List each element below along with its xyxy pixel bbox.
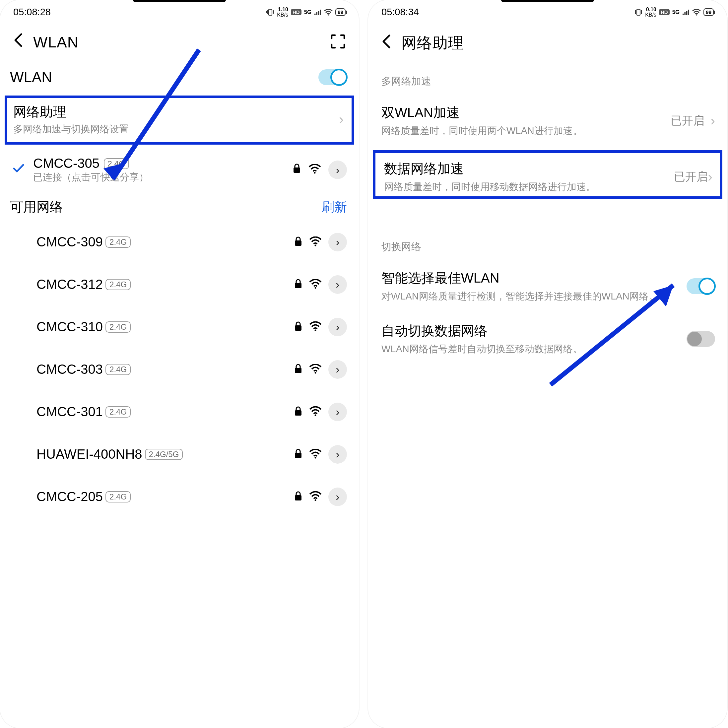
wifi-icon [309,163,321,177]
network-name: CMCC-312 [37,277,103,292]
band-badge: 2.4G [106,321,131,333]
data-accel-title: 数据网络加速 [384,159,674,178]
back-icon[interactable] [381,34,392,52]
network-name: CMCC-309 [37,234,103,249]
connected-network-row[interactable]: CMCC-305 2.4G 已连接（点击可快速分享） › [0,145,359,190]
available-title: 可用网络 [10,198,63,216]
chevron-right-icon: › [339,112,344,127]
status-time: 05:08:28 [13,7,51,18]
svg-rect-10 [294,167,300,173]
lock-icon [294,236,303,248]
data-accel-status: 已开启 [674,169,708,184]
auto-switch-toggle[interactable] [687,331,715,347]
network-row[interactable]: CMCC-3012.4G › [0,391,359,433]
auto-switch-title: 自动切换数据网络 [381,322,681,340]
network-detail-button[interactable]: › [328,161,347,179]
svg-point-13 [315,245,317,246]
network-name: HUAWEI-400NH8 [37,447,142,462]
network-row[interactable]: CMCC-3092.4G › [0,221,359,263]
svg-rect-18 [295,368,301,373]
data-accel-row[interactable]: 数据网络加速 网络质量差时，同时使用移动数据网络进行加速。 已开启 › [373,150,722,199]
connected-sub: 已连接（点击可快速分享） [33,171,284,184]
smart-wlan-row: 智能选择最佳WLAN 对WLAN网络质量进行检测，智能选择并连接最佳的WLAN网… [368,260,727,312]
network-assistant-row[interactable]: 网络助理 多网络加速与切换网络设置 › [5,95,354,145]
svg-point-35 [696,14,697,15]
wifi-icon [309,491,322,502]
dual-wlan-status: 已开启 [671,113,705,128]
wifi-icon [309,406,322,418]
svg-rect-28 [637,9,640,15]
network-row[interactable]: CMCC-3032.4G › [0,348,359,391]
chevron-right-icon: › [708,169,713,185]
svg-point-17 [315,329,317,331]
signal-icon [682,9,690,15]
network-detail-button[interactable]: › [328,318,347,336]
auto-switch-sub: WLAN网络信号差时自动切换至移动数据网络。 [381,342,681,356]
network-detail-button[interactable]: › [328,488,347,506]
svg-point-25 [315,499,317,501]
network-detail-button[interactable]: › [328,275,347,294]
auto-switch-row: 自动切换数据网络 WLAN网络信号差时自动切换至移动数据网络。 [368,312,727,365]
svg-rect-22 [295,453,301,458]
band-badge: 2.4G [106,364,131,375]
svg-point-9 [328,14,329,15]
signal-icon [314,9,321,15]
lock-icon [294,406,303,418]
network-row[interactable]: CMCC-2052.4G › [0,476,359,518]
connected-name: CMCC-305 [33,156,99,170]
data-accel-sub: 网络质量差时，同时使用移动数据网络进行加速。 [384,180,674,194]
svg-rect-31 [682,14,684,15]
chevron-right-icon: › [710,113,715,129]
svg-rect-8 [320,10,321,15]
wifi-icon [309,449,322,460]
svg-point-11 [314,172,316,174]
band-badge: 2.4G [106,491,131,502]
dual-wlan-row[interactable]: 双WLAN加速 网络质量差时，同时使用两个WLAN进行加速。 已开启 › [368,94,727,147]
5g-label: 5G [672,9,680,15]
battery-indicator: 99 [335,8,346,16]
network-name: CMCC-205 [37,489,103,504]
network-detail-button[interactable]: › [328,403,347,421]
network-row[interactable]: CMCC-3102.4G › [0,306,359,348]
refresh-button[interactable]: 刷新 [322,199,347,216]
network-row[interactable]: HUAWEI-400NH82.4G/5G › [0,433,359,476]
hd-badge: HD [291,9,301,15]
5g-label: 5G [304,9,312,15]
net-speed: 0.10 KB/s [645,7,656,18]
net-speed: 1.10 KB/s [277,7,288,18]
band-badge: 2.4G [106,406,131,418]
svg-point-23 [315,457,317,458]
network-detail-button[interactable]: › [328,360,347,379]
svg-rect-5 [314,14,316,15]
wlan-toggle[interactable] [318,69,347,85]
network-name: CMCC-310 [37,320,103,334]
network-detail-button[interactable]: › [328,445,347,463]
wifi-status-icon [324,9,333,15]
network-row[interactable]: CMCC-3122.4G › [0,263,359,306]
dual-wlan-sub: 网络质量差时，同时使用两个WLAN进行加速。 [381,124,665,138]
assistant-sub: 多网络加速与切换网络设置 [13,122,339,136]
status-bar: 05:08:28 1.10 KB/s HD 5G 99 [0,2,359,20]
network-name: CMCC-301 [37,404,103,419]
band-badge: 2.4G [104,158,129,169]
wlan-label: WLAN [10,69,318,86]
hd-badge: HD [659,9,670,15]
wlan-toggle-row: WLAN [0,61,359,95]
smart-wlan-toggle[interactable] [687,278,715,294]
back-icon[interactable] [12,33,24,51]
wifi-icon [309,279,322,290]
svg-rect-34 [688,10,690,15]
page-title: WLAN [33,33,321,51]
available-header: 可用网络 刷新 [0,190,359,221]
lock-icon [294,278,303,291]
wifi-icon [309,321,322,333]
assistant-title: 网络助理 [13,103,339,121]
vibrate-icon [635,9,642,16]
scan-icon[interactable] [330,34,346,50]
lock-icon [294,448,303,460]
svg-rect-20 [295,410,301,416]
smart-wlan-title: 智能选择最佳WLAN [381,269,681,287]
svg-rect-0 [269,9,272,15]
network-detail-button[interactable]: › [328,233,347,251]
svg-rect-12 [295,240,301,246]
